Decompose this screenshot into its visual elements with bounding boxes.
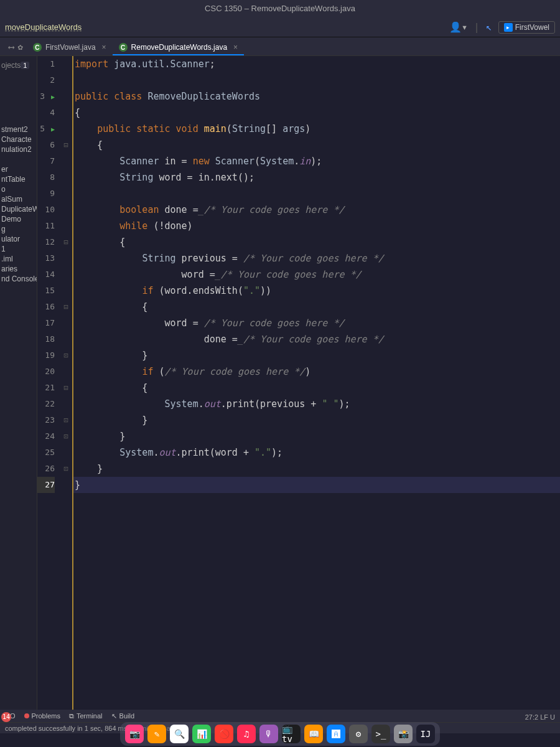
- fold-marker[interactable]: ⊡: [60, 347, 72, 364]
- sidebar-item[interactable]: [0, 154, 37, 164]
- line-number[interactable]: 19: [37, 347, 55, 364]
- settings-icon[interactable]: ✿: [17, 42, 22, 52]
- tab-build[interactable]: ↖Build: [111, 712, 134, 720]
- fold-marker[interactable]: ⊟: [60, 299, 72, 315]
- fold-marker[interactable]: [60, 283, 72, 299]
- sidebar-item[interactable]: g: [0, 224, 37, 234]
- dock-app-icon[interactable]: >_: [371, 725, 390, 743]
- code-line[interactable]: }: [72, 347, 560, 364]
- fold-marker[interactable]: [60, 315, 72, 331]
- line-number-gutter[interactable]: 123 ▶45 ▶6789101112131415161718192021222…: [37, 56, 60, 710]
- line-number[interactable]: 6: [37, 137, 55, 153]
- code-line[interactable]: import java.util.Scanner;: [72, 56, 560, 72]
- line-number[interactable]: 7: [37, 153, 55, 169]
- fold-marker[interactable]: [60, 153, 72, 169]
- tab-problems[interactable]: Problems: [24, 712, 60, 720]
- project-sidebar[interactable]: ojects 1 stment2Charactenulation2 erntTa…: [0, 56, 37, 710]
- code-line[interactable]: public class RemoveDuplicateWords: [72, 88, 560, 105]
- dock-app-icon[interactable]: 📖: [304, 725, 323, 743]
- dock-app-icon[interactable]: 📺tv: [282, 725, 301, 743]
- fold-marker[interactable]: ⊡: [60, 412, 72, 428]
- fold-marker[interactable]: [60, 169, 72, 186]
- code-line[interactable]: {: [72, 105, 560, 121]
- dock-app-icon[interactable]: ⚙: [349, 725, 368, 743]
- breadcrumb[interactable]: moveDuplicateWords: [5, 22, 82, 32]
- dock-app-icon[interactable]: 📸: [394, 725, 413, 743]
- dock-app-icon[interactable]: 🚫: [215, 725, 233, 743]
- code-line[interactable]: word =_/* Your code goes here */: [72, 266, 560, 283]
- fold-marker[interactable]: ⊟: [60, 137, 72, 153]
- fold-marker[interactable]: ⊡: [60, 428, 72, 444]
- code-line[interactable]: String previous = /* Your code goes here…: [72, 250, 560, 266]
- line-number[interactable]: 9: [37, 186, 55, 202]
- code-line[interactable]: boolean done =_/* Your code goes here */: [72, 202, 560, 218]
- user-icon[interactable]: 👤▾: [449, 21, 468, 33]
- sidebar-item[interactable]: Characte: [0, 134, 37, 144]
- dock-app-icon[interactable]: 🎙: [259, 725, 278, 743]
- line-number[interactable]: 4: [37, 105, 55, 121]
- run-back-icon[interactable]: ↖: [486, 21, 492, 33]
- fold-marker[interactable]: [60, 364, 72, 380]
- sidebar-item[interactable]: .iml: [0, 254, 37, 264]
- fold-gutter[interactable]: ⊟⊟⊟⊡⊟⊡⊡⊡: [60, 56, 72, 710]
- code-line[interactable]: while (!done): [72, 218, 560, 234]
- line-number[interactable]: 3 ▶: [37, 88, 55, 105]
- fold-marker[interactable]: [60, 250, 72, 266]
- sidebar-item[interactable]: 1: [0, 244, 37, 254]
- sidebar-item[interactable]: aries: [0, 264, 37, 274]
- line-number[interactable]: 21: [37, 380, 55, 396]
- code-line[interactable]: word = /* Your code goes here */: [72, 315, 560, 331]
- code-line[interactable]: public static void main(String[] args): [72, 121, 560, 137]
- code-line[interactable]: {: [72, 299, 560, 315]
- code-line[interactable]: {: [72, 380, 560, 396]
- fold-marker[interactable]: [60, 396, 72, 412]
- close-icon[interactable]: ×: [102, 43, 106, 52]
- fold-marker[interactable]: [60, 105, 72, 121]
- fold-marker[interactable]: [60, 56, 72, 72]
- code-line[interactable]: System.out.print(previous + " ");: [72, 396, 560, 412]
- sidebar-item[interactable]: ntTable: [0, 174, 37, 184]
- line-number[interactable]: 20: [37, 364, 55, 380]
- sidebar-item[interactable]: ulator: [0, 234, 37, 244]
- fold-marker[interactable]: [60, 88, 72, 105]
- file-tab[interactable]: CFirstVowel.java×: [27, 40, 113, 55]
- line-number[interactable]: 27: [37, 477, 55, 493]
- dock-app-icon[interactable]: 🔍: [170, 725, 189, 743]
- line-number[interactable]: 15: [37, 283, 55, 299]
- code-line[interactable]: if (/* Your code goes here */): [72, 364, 560, 380]
- fold-marker[interactable]: [60, 72, 72, 88]
- line-number[interactable]: 11: [37, 218, 55, 234]
- line-number[interactable]: 10: [37, 202, 55, 218]
- line-number[interactable]: 25: [37, 444, 55, 461]
- line-number[interactable]: 8: [37, 169, 55, 186]
- code-line[interactable]: Scanner in = new Scanner(System.in);: [72, 153, 560, 169]
- run-gutter-icon[interactable]: ▶: [51, 93, 55, 100]
- sidebar-item[interactable]: Demo: [0, 214, 37, 224]
- line-number[interactable]: 16: [37, 299, 55, 315]
- fold-marker[interactable]: ⊡: [60, 461, 72, 477]
- run-gutter-icon[interactable]: ▶: [51, 126, 55, 133]
- dock-app-icon[interactable]: ✎: [147, 725, 166, 743]
- line-number[interactable]: 22: [37, 396, 55, 412]
- code-line[interactable]: [72, 72, 560, 88]
- sidebar-item[interactable]: o: [0, 184, 37, 194]
- sidebar-item[interactable]: DuplicateW: [0, 204, 37, 214]
- line-number[interactable]: 1: [37, 56, 55, 72]
- line-number[interactable]: 26: [37, 461, 55, 477]
- line-number[interactable]: 23: [37, 412, 55, 428]
- fold-marker[interactable]: [60, 331, 72, 347]
- expand-icon[interactable]: ⟷: [9, 42, 14, 52]
- tab-terminal[interactable]: ⧉Terminal: [69, 712, 103, 720]
- line-number[interactable]: 2: [37, 72, 55, 88]
- code-line[interactable]: {: [72, 137, 560, 153]
- fold-marker[interactable]: [60, 477, 72, 493]
- macos-dock[interactable]: 📷✎🔍📊🚫♫🎙📺tv📖🅰⚙>_📸IJ: [120, 722, 440, 746]
- code-line[interactable]: System.out.print(word + ".");: [72, 444, 560, 461]
- fold-marker[interactable]: ⊟: [60, 234, 72, 250]
- notification-badge[interactable]: 14: [1, 712, 11, 722]
- fold-marker[interactable]: [60, 266, 72, 283]
- dock-app-icon[interactable]: IJ: [416, 725, 435, 743]
- fold-marker[interactable]: [60, 121, 72, 137]
- code-line[interactable]: done =_/* Your code goes here */: [72, 331, 560, 347]
- code-line[interactable]: String word = in.next();: [72, 169, 560, 186]
